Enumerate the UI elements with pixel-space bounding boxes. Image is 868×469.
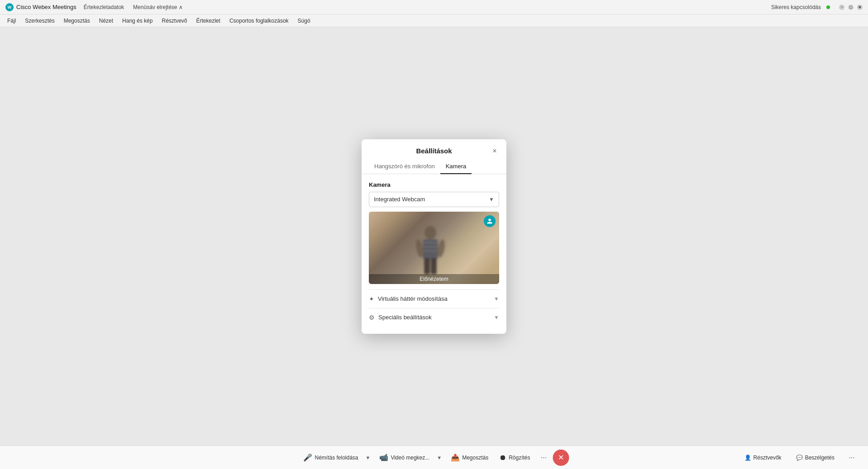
record-icon: ⏺ bbox=[499, 454, 506, 462]
connection-status: Sikeres kapcsolódás bbox=[771, 4, 821, 10]
tab-speaker-mic[interactable]: Hangszóró és mikrofon bbox=[369, 159, 440, 174]
participants-icon: 👤 bbox=[744, 455, 751, 461]
advanced-settings-icon: ⚙ bbox=[369, 314, 375, 321]
svg-rect-8 bbox=[431, 258, 437, 274]
record-label: Rögzítés bbox=[509, 455, 530, 461]
advanced-settings-section[interactable]: ⚙ Speciális beállítások ▼ bbox=[369, 308, 499, 327]
camera-section-label: Kamera bbox=[369, 181, 499, 188]
main-content: Beállítások × Hangszóró és mikrofon Kame… bbox=[0, 27, 868, 445]
menu-help[interactable]: Súgó bbox=[294, 16, 314, 25]
app-name: Cisco Webex Meetings bbox=[16, 4, 76, 10]
avatar-icon bbox=[486, 218, 493, 224]
toolbar-right: 👤 Résztvevők 💬 Beszélgetés ··· bbox=[740, 450, 859, 465]
nav-item-2[interactable]: Menüsáv elrejtése ∧ bbox=[133, 4, 183, 10]
menu-audio-video[interactable]: Hang és kép bbox=[119, 16, 156, 25]
video-dropdown-arrow[interactable]: ▼ bbox=[434, 452, 444, 463]
window-controls: － □ ✕ bbox=[839, 5, 863, 10]
mic-muted-icon: 🎤 bbox=[303, 453, 312, 462]
modal-tabs: Hangszóró és mikrofon Kamera bbox=[362, 159, 506, 174]
titlebar-nav: Értekezletadatok Menüsáv elrejtése ∧ bbox=[84, 4, 183, 10]
bottom-toolbar: 🎤 Némítás feloldása ▼ 📹 Videó megkez... … bbox=[0, 445, 868, 469]
share-button[interactable]: 📤 Megosztás bbox=[446, 450, 493, 464]
advanced-settings-left: ⚙ Speciális beállítások bbox=[369, 314, 432, 321]
menu-meeting[interactable]: Értekezlet bbox=[193, 16, 224, 25]
maximize-button[interactable]: □ bbox=[848, 5, 854, 10]
avatar-badge bbox=[484, 215, 496, 227]
participants-button[interactable]: 👤 Résztvevők bbox=[740, 452, 786, 464]
modal-header: Beállítások × bbox=[362, 139, 506, 159]
camera-preview-background bbox=[369, 212, 499, 284]
modal-overlay: Beállítások × Hangszóró és mikrofon Kame… bbox=[0, 27, 868, 445]
modal-body: Kamera Integrated Webcam ▼ bbox=[362, 174, 506, 334]
video-label: Videó megkez... bbox=[391, 455, 429, 461]
share-icon: 📤 bbox=[451, 453, 460, 462]
more-options-button[interactable]: ··· bbox=[537, 450, 551, 465]
virtual-background-label: Virtuális háttér módosítása bbox=[378, 295, 448, 302]
record-button-group: ⏺ Rögzítés bbox=[495, 451, 534, 464]
camera-preview: Előnézetem bbox=[369, 212, 499, 284]
chevron-down-icon-advanced: ▼ bbox=[494, 314, 499, 321]
person-silhouette bbox=[412, 225, 448, 275]
end-call-icon: ✕ bbox=[558, 453, 564, 462]
status-dot bbox=[826, 5, 830, 9]
virtual-background-left: ✦ Virtuális háttér módosítása bbox=[369, 295, 448, 303]
video-icon: 📹 bbox=[379, 453, 388, 462]
modal-close-button[interactable]: × bbox=[490, 147, 499, 156]
titlebar-left: W Cisco Webex Meetings Értekezletadatok … bbox=[5, 3, 183, 11]
video-button[interactable]: 📹 Videó megkez... bbox=[375, 450, 434, 464]
record-button[interactable]: ⏺ Rögzítés bbox=[495, 451, 534, 464]
toolbar-center: 🎤 Némítás feloldása ▼ 📹 Videó megkez... … bbox=[299, 450, 569, 466]
virtual-bg-icon: ✦ bbox=[369, 295, 374, 303]
chevron-down-icon-virtual-bg: ▼ bbox=[494, 296, 499, 302]
menu-participant[interactable]: Résztvevő bbox=[158, 16, 191, 25]
titlebar-right: Sikeres kapcsolódás － □ ✕ bbox=[771, 4, 863, 10]
webex-icon: W bbox=[5, 3, 14, 11]
unmute-label: Némítás feloldása bbox=[315, 455, 358, 461]
video-button-group: 📹 Videó megkez... ▼ bbox=[375, 450, 444, 464]
virtual-background-section[interactable]: ✦ Virtuális háttér módosítása ▼ bbox=[369, 289, 499, 308]
chat-button[interactable]: 💬 Beszélgetés bbox=[792, 452, 839, 464]
unmute-button-group: 🎤 Némítás feloldása ▼ bbox=[299, 450, 373, 464]
tab-camera[interactable]: Kamera bbox=[440, 159, 472, 174]
chevron-down-icon: ▼ bbox=[489, 196, 494, 203]
menu-share[interactable]: Megosztás bbox=[60, 16, 94, 25]
advanced-settings-label: Speciális beállítások bbox=[378, 314, 432, 321]
chat-icon: 💬 bbox=[796, 455, 803, 461]
menubar: Fájl Szerkesztés Megosztás Nézet Hang és… bbox=[0, 14, 868, 27]
share-button-group: 📤 Megosztás bbox=[446, 450, 493, 464]
minimize-button[interactable]: － bbox=[839, 5, 844, 10]
menu-view[interactable]: Nézet bbox=[95, 16, 117, 25]
menu-file[interactable]: Fájl bbox=[4, 16, 19, 25]
share-label: Megosztás bbox=[462, 455, 488, 461]
camera-dropdown-value: Integrated Webcam bbox=[374, 196, 425, 203]
unmute-dropdown-arrow[interactable]: ▼ bbox=[363, 452, 373, 463]
close-button[interactable]: ✕ bbox=[857, 5, 863, 10]
svg-point-0 bbox=[424, 226, 436, 239]
end-call-button[interactable]: ✕ bbox=[553, 450, 569, 466]
titlebar: W Cisco Webex Meetings Értekezletadatok … bbox=[0, 0, 868, 14]
participants-label: Résztvevők bbox=[754, 455, 782, 461]
svg-rect-7 bbox=[424, 258, 430, 274]
more-right-button[interactable]: ··· bbox=[844, 450, 859, 465]
settings-dialog: Beállítások × Hangszóró és mikrofon Kame… bbox=[362, 139, 506, 334]
unmute-button[interactable]: 🎤 Némítás feloldása bbox=[299, 450, 362, 464]
camera-dropdown[interactable]: Integrated Webcam ▼ bbox=[369, 192, 499, 207]
nav-item-1[interactable]: Értekezletadatok bbox=[84, 4, 124, 10]
menu-breakout[interactable]: Csoportos foglalkozások bbox=[226, 16, 292, 25]
modal-title: Beállítások bbox=[412, 147, 456, 155]
chat-label: Beszélgetés bbox=[805, 455, 835, 461]
preview-label: Előnézetem bbox=[369, 274, 499, 284]
app-logo: W Cisco Webex Meetings bbox=[5, 3, 76, 11]
menu-edit[interactable]: Szerkesztés bbox=[21, 16, 58, 25]
